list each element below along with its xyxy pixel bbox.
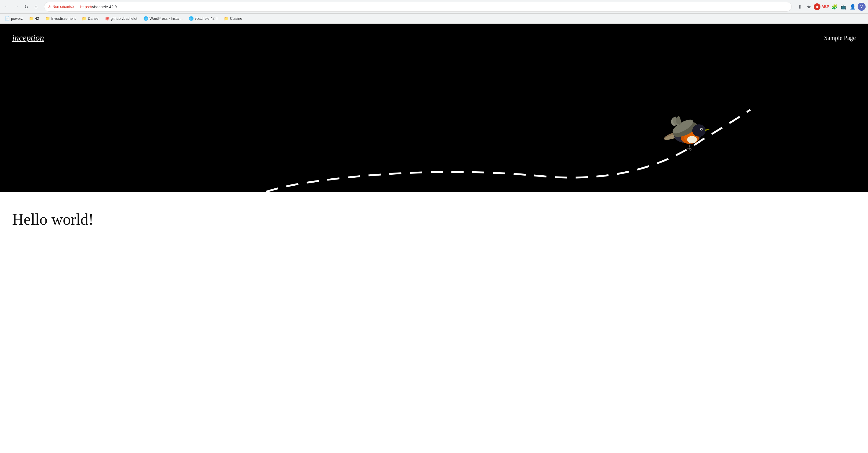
url-text: https://vbachele.42.fr xyxy=(80,5,788,9)
browser-actions: ⬆ ★ ◉ ABP 🧩 📺 👤 V xyxy=(796,2,866,11)
bookmark-vbachele[interactable]: 🌐 vbachele.42.fr xyxy=(186,15,220,22)
bookmark-powerz[interactable]: 📄 powerz xyxy=(2,15,25,22)
bookmark-cuisine[interactable]: 📁 Cuisine xyxy=(221,15,245,22)
browser-chrome: ← → ↻ ⌂ ⚠ Non sécurisé https://vbachele.… xyxy=(0,0,868,24)
share-button[interactable]: ⬆ xyxy=(796,2,804,11)
url-domain: vbachele.42.fr xyxy=(92,5,117,9)
back-button[interactable]: ← xyxy=(2,2,11,11)
bookmark-cuisine-icon: 📁 xyxy=(224,16,229,21)
bookmark-investissement-icon: 📁 xyxy=(45,16,50,21)
svg-line-15 xyxy=(686,148,689,150)
avatar[interactable]: V xyxy=(858,3,866,11)
url-separator xyxy=(77,4,77,9)
browser-controls: ← → ↻ ⌂ ⚠ Non sécurisé https://vbachele.… xyxy=(0,0,868,14)
site-header: inception Sample Page xyxy=(0,24,868,52)
address-bar[interactable]: ⚠ Non sécurisé https://vbachele.42.fr xyxy=(44,2,792,11)
bookmark-investissement[interactable]: 📁 Investissement xyxy=(43,15,78,22)
profile-switcher[interactable]: 👤 xyxy=(848,2,857,11)
website-content: inception Sample Page xyxy=(0,24,868,240)
flight-path xyxy=(67,110,750,192)
bookmark-vbachele-label: vbachele.42.fr xyxy=(195,17,218,21)
bird-svg xyxy=(663,113,712,153)
svg-text:V: V xyxy=(860,5,863,9)
url-https: https:// xyxy=(80,5,92,9)
bird-illustration xyxy=(663,113,712,153)
hero-svg xyxy=(0,52,868,192)
svg-point-7 xyxy=(687,136,697,143)
bookmark-42-label: 42 xyxy=(35,17,39,21)
bookmark-danse-icon: 📁 xyxy=(82,16,87,21)
avatar-image: V xyxy=(858,3,866,11)
bookmark-github-icon: 🐙 xyxy=(104,16,110,21)
abp-button[interactable]: ABP xyxy=(821,2,830,11)
extensions-button[interactable]: 🧩 xyxy=(830,2,839,11)
bookmark-github[interactable]: 🐙 github vbachelet xyxy=(102,15,140,22)
main-content: Hello world! xyxy=(0,192,868,240)
bookmark-vbachele-icon: 🌐 xyxy=(189,16,194,21)
site-nav: Sample Page xyxy=(824,34,856,41)
cast-button[interactable]: 📺 xyxy=(839,2,848,11)
bookmark-powerz-label: powerz xyxy=(11,17,23,21)
hero-section xyxy=(0,52,868,192)
svg-point-12 xyxy=(701,129,703,130)
bookmark-wordpress-label: WordPress › Instal... xyxy=(150,17,182,21)
security-warning: ⚠ Non sécurisé xyxy=(48,5,74,9)
bookmark-danse[interactable]: 📁 Danse xyxy=(79,15,101,22)
bookmark-investissement-label: Investissement xyxy=(51,17,75,21)
reload-button[interactable]: ↻ xyxy=(22,2,31,11)
svg-point-13 xyxy=(702,129,703,129)
bookmarks-bar: 📄 powerz 📁 42 📁 Investissement 📁 Danse 🐙… xyxy=(0,14,868,24)
bookmark-42[interactable]: 📁 42 xyxy=(27,15,41,22)
adblock-icon[interactable]: ◉ xyxy=(814,3,820,10)
bookmark-wordpress[interactable]: 🌐 WordPress › Instal... xyxy=(141,15,185,22)
bookmark-danse-label: Danse xyxy=(88,17,98,21)
svg-point-10 xyxy=(692,124,706,136)
bookmark-42-icon: 📁 xyxy=(29,16,34,21)
bookmark-wordpress-icon: 🌐 xyxy=(143,16,148,21)
bookmark-cuisine-label: Cuisine xyxy=(230,17,242,21)
sample-page-link[interactable]: Sample Page xyxy=(824,34,856,41)
warning-icon: ⚠ xyxy=(48,5,52,9)
bookmark-powerz-icon: 📄 xyxy=(5,16,10,21)
forward-button[interactable]: → xyxy=(12,2,21,11)
home-button[interactable]: ⌂ xyxy=(32,2,40,11)
site-logo[interactable]: inception xyxy=(12,33,44,43)
bookmark-button[interactable]: ★ xyxy=(805,2,813,11)
bookmark-github-label: github vbachelet xyxy=(111,17,137,21)
post-title[interactable]: Hello world! xyxy=(12,211,856,228)
